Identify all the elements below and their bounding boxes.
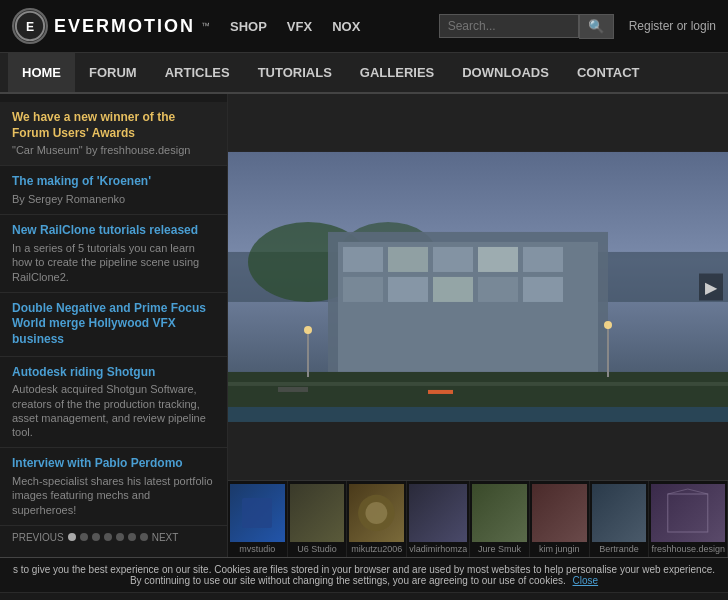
news-subtext-4: Autodesk acquired Shotgun Software, crea… <box>12 382 215 439</box>
svg-rect-8 <box>343 247 383 272</box>
news-headline-0[interactable]: We have a new winner of the Forum Users'… <box>12 110 215 141</box>
thumb-1[interactable]: U6 Studio <box>288 481 348 557</box>
nav-articles[interactable]: ARTICLES <box>151 53 244 92</box>
thumb-5[interactable]: kim jungin <box>530 481 590 557</box>
thumb-4[interactable]: Jure Smuk <box>470 481 530 557</box>
dot-6[interactable] <box>128 533 136 541</box>
thumb-label-2: mikutzu2006 <box>349 544 404 554</box>
prev-label[interactable]: PREVIOUS <box>12 532 64 543</box>
svg-line-30 <box>668 489 688 494</box>
dot-1[interactable] <box>68 533 76 541</box>
nav-shop[interactable]: SHOP <box>230 19 267 34</box>
svg-line-31 <box>688 489 708 494</box>
news-subtext-5: Mech-specialist shares his latest portfo… <box>12 474 215 517</box>
content: We have a new winner of the Forum Users'… <box>0 94 728 557</box>
svg-rect-12 <box>523 247 563 272</box>
dot-4[interactable] <box>104 533 112 541</box>
dot-7[interactable] <box>140 533 148 541</box>
thumb-label-6: Bertrande <box>592 544 647 554</box>
dot-2[interactable] <box>80 533 88 541</box>
svg-rect-17 <box>523 277 563 302</box>
svg-rect-15 <box>433 277 473 302</box>
thumb-6[interactable]: Bertrande <box>590 481 650 557</box>
svg-rect-14 <box>388 277 428 302</box>
slider-image <box>228 94 728 480</box>
thumb-label-7: freshhouse.design <box>651 544 725 554</box>
auth-link[interactable]: Register or login <box>629 19 716 33</box>
nav-forum[interactable]: FORUM <box>75 53 151 92</box>
svg-rect-10 <box>433 247 473 272</box>
news-headline-4[interactable]: Autodesk riding Shotgun <box>12 365 215 381</box>
svg-rect-13 <box>343 277 383 302</box>
right-panel: ▶ mvstudio U6 Studio mikutzu2006 <box>228 94 728 557</box>
nav-galleries[interactable]: GALLERIES <box>346 53 448 92</box>
svg-rect-9 <box>388 247 428 272</box>
thumb-3[interactable]: vladimirhomza <box>407 481 470 557</box>
news-author-1: By Sergey Romanenko <box>12 192 215 206</box>
slider-nav: PREVIOUS NEXT <box>0 526 227 549</box>
news-headline-3[interactable]: Double Negative and Prime Focus World me… <box>12 301 215 348</box>
thumb-2[interactable]: mikutzu2006 <box>347 481 407 557</box>
nav-home[interactable]: HOME <box>8 53 75 92</box>
thumbnails-row: mvstudio U6 Studio mikutzu2006 vladimirh… <box>228 480 728 557</box>
logo-text: EVERMOTION <box>54 16 195 37</box>
svg-rect-29 <box>668 494 708 532</box>
news-headline-1[interactable]: The making of 'Kroenen' <box>12 174 215 190</box>
logo-area: E EVERMOTION™ <box>12 8 210 44</box>
nav-nox[interactable]: NOX <box>332 19 360 34</box>
slider-next-arrow[interactable]: ▶ <box>699 273 723 300</box>
cookie-bar: s to give you the best experience on our… <box>0 557 728 592</box>
dot-3[interactable] <box>92 533 100 541</box>
news-item-5: Interview with Pablo Perdomo Mech-specia… <box>0 448 227 525</box>
search-button[interactable]: 🔍 <box>579 14 614 39</box>
nav-downloads[interactable]: DOWNLOADS <box>448 53 563 92</box>
logo-icon: E <box>12 8 48 44</box>
svg-point-28 <box>366 502 388 524</box>
thumb-label-5: kim jungin <box>532 544 587 554</box>
thumb-label-0: mvstudio <box>230 544 285 554</box>
logo-tm: ™ <box>201 21 210 31</box>
next-label[interactable]: NEXT <box>152 532 179 543</box>
top-nav: SHOP VFX NOX <box>230 19 360 34</box>
svg-point-23 <box>304 326 312 334</box>
news-item-3: Double Negative and Prime Focus World me… <box>0 293 227 357</box>
svg-point-25 <box>604 321 612 329</box>
svg-rect-20 <box>278 387 308 392</box>
thumb-label-3: vladimirhomza <box>409 544 467 554</box>
dot-5[interactable] <box>116 533 124 541</box>
svg-rect-11 <box>478 247 518 272</box>
sidebar: We have a new winner of the Forum Users'… <box>0 94 228 557</box>
nav-contact[interactable]: CONTACT <box>563 53 654 92</box>
thumb-7[interactable]: freshhouse.design <box>649 481 728 557</box>
main-nav: HOME FORUM ARTICLES TUTORIALS GALLERIES … <box>0 53 728 94</box>
search-area: 🔍 <box>439 14 614 39</box>
thumb-0[interactable]: mvstudio <box>228 481 288 557</box>
nav-tutorials[interactable]: TUTORIALS <box>244 53 346 92</box>
svg-text:E: E <box>26 20 34 34</box>
news-headline-2[interactable]: New RailClone tutorials released <box>12 223 215 239</box>
header: E EVERMOTION™ SHOP VFX NOX 🔍 Register or… <box>0 0 728 53</box>
bottom-section: reza salehyan Iran Islamic Republic Of, … <box>0 592 728 600</box>
svg-rect-26 <box>228 407 728 422</box>
thumb-label-1: U6 Studio <box>290 544 345 554</box>
news-item-0: We have a new winner of the Forum Users'… <box>0 102 227 166</box>
nav-vfx[interactable]: VFX <box>287 19 312 34</box>
news-item-2: New RailClone tutorials released In a se… <box>0 215 227 292</box>
thumb-label-4: Jure Smuk <box>472 544 527 554</box>
news-headline-5[interactable]: Interview with Pablo Perdomo <box>12 456 215 472</box>
news-subtext-2: In a series of 5 tutorials you can learn… <box>12 241 215 284</box>
svg-rect-16 <box>478 277 518 302</box>
svg-rect-19 <box>228 382 728 386</box>
cookie-close[interactable]: Close <box>573 575 599 586</box>
cookie-text: s to give you the best experience on our… <box>13 564 715 586</box>
news-item-1: The making of 'Kroenen' By Sergey Romane… <box>0 166 227 215</box>
slider-area: ▶ <box>228 94 728 480</box>
news-item-4: Autodesk riding Shotgun Autodesk acquire… <box>0 357 227 449</box>
svg-rect-21 <box>428 390 453 394</box>
search-input[interactable] <box>439 14 579 38</box>
news-subtext-0: "Car Museum" by freshhouse.design <box>12 143 215 157</box>
